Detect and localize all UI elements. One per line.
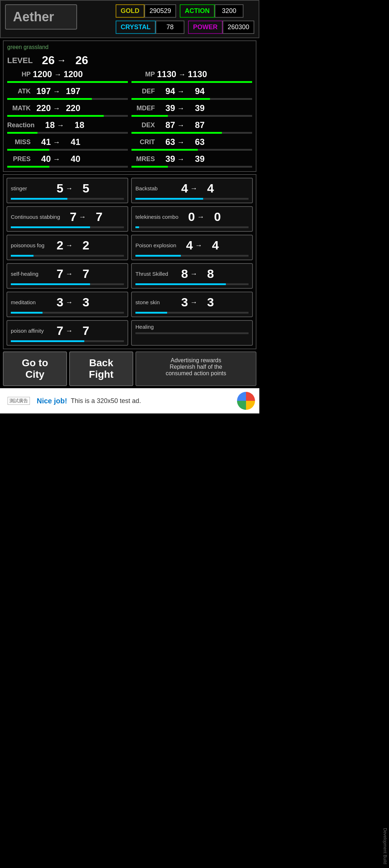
- stat-to: 87: [187, 120, 205, 130]
- skill-item-poisonous-fog: poisonous fog 2 → 2: [6, 235, 128, 260]
- stat-row: CRIT 63 → 63: [131, 136, 252, 148]
- stat-arrow-icon: →: [177, 155, 184, 163]
- skill-top: poison affinity 7 → 7: [11, 324, 124, 338]
- stat-to: 39: [187, 154, 205, 164]
- skill-name: poisonous fog: [11, 242, 47, 248]
- stat-row: PRES 40 → 40: [7, 153, 128, 165]
- stat-bar: [131, 166, 252, 168]
- title-box: Aether: [5, 4, 77, 30]
- stat-row: DEF 94 → 94: [131, 85, 252, 97]
- stat-row: MDEF 39 → 39: [131, 102, 252, 114]
- level-arrow: →: [57, 55, 66, 66]
- skill-arrow-icon: →: [66, 298, 73, 306]
- skill-top: Poison explosion 4 → 4: [135, 238, 249, 252]
- skill-bar: [135, 255, 249, 257]
- action-value: 3200: [215, 4, 243, 18]
- skill-from: 3: [174, 295, 188, 309]
- stat-label: Reaction: [7, 121, 35, 129]
- skill-bar-fill: [11, 283, 90, 285]
- skill-top: stone skin 3 → 3: [135, 295, 249, 309]
- stat-bar: [7, 132, 128, 134]
- skill-arrow-icon: →: [195, 241, 202, 249]
- stat-label: PRES: [7, 155, 31, 163]
- stat-bar: [131, 98, 252, 100]
- stat-bar-fill: [131, 98, 210, 100]
- stat-row: MP 1130 → 1130: [131, 68, 252, 80]
- skill-item-stone-skin: stone skin 3 → 3: [131, 292, 253, 317]
- skill-item-stinger: stinger 5 → 5: [6, 178, 128, 203]
- stat-label: MDEF: [131, 105, 155, 112]
- stat-label: MP: [131, 71, 155, 78]
- skill-bar-fill: [11, 340, 84, 342]
- stat-from: 40: [33, 154, 51, 164]
- header-panel: Aether GOLD 290529 ACTION 3200 CRYSTAL 7…: [0, 0, 259, 38]
- skill-to: 5: [75, 181, 89, 195]
- ad-tag: 測試廣告: [8, 397, 30, 405]
- level-row: LEVEL 26 → 26: [7, 53, 252, 68]
- skill-top: self-healing 7 → 7: [11, 267, 124, 281]
- skill-bar: [135, 198, 249, 200]
- back-fight-button[interactable]: Back Fight: [69, 351, 133, 386]
- skill-item-Thrust-Skilled: Thrust Skilled 8 → 8: [131, 263, 253, 289]
- skill-bar-fill: [135, 255, 181, 257]
- skill-to: 7: [75, 267, 89, 281]
- stat-item-hp: HP 1200 → 1200: [7, 68, 128, 84]
- skill-arrow-icon: →: [66, 327, 73, 335]
- stat-label: MISS: [7, 138, 31, 146]
- power-value: 260300: [223, 21, 254, 34]
- skill-item-Poison-explosion: Poison explosion 4 → 4: [131, 235, 253, 260]
- skill-item-Continuous-stabbing: Continuous stabbing 7 → 7: [6, 206, 128, 232]
- stat-arrow-icon: →: [53, 138, 60, 146]
- gold-label: GOLD: [116, 4, 144, 18]
- go-to-city-button[interactable]: Go to City: [3, 351, 67, 386]
- stat-bar-fill: [131, 115, 168, 117]
- stat-item-crit: CRIT 63 → 63: [131, 136, 252, 151]
- stat-bar: [131, 81, 252, 83]
- skill-bar: [135, 332, 249, 334]
- stat-bar-fill: [7, 98, 92, 100]
- stat-from: 197: [33, 86, 51, 96]
- stat-label: MATK: [7, 105, 31, 112]
- stats-panel: green grassland LEVEL 26 → 26 HP 1200 → …: [3, 40, 256, 172]
- skill-bar: [135, 226, 249, 228]
- stat-label: DEF: [131, 88, 155, 95]
- skill-name: stone skin: [135, 299, 171, 305]
- skill-item-Healing: Healing: [131, 320, 253, 346]
- skill-arrow-icon: →: [190, 270, 197, 278]
- gold-value: 290529: [144, 4, 176, 18]
- stat-to: 18: [66, 120, 84, 130]
- stat-from: 87: [157, 120, 175, 130]
- stat-arrow-icon: →: [177, 121, 184, 129]
- skill-bar-fill: [11, 255, 33, 257]
- stat-to: 220: [62, 103, 80, 113]
- stat-bar: [7, 115, 128, 117]
- skill-item-poison-affinity: poison affinity 7 → 7: [6, 320, 128, 346]
- resource-row-2: CRYSTAL 78 POWER 260300: [116, 21, 254, 34]
- stat-row: ATK 197 → 197: [7, 85, 128, 97]
- stat-arrow-icon: →: [53, 104, 60, 112]
- skills-panel: stinger 5 → 5 Backstab 4 → 4 Continuous …: [3, 174, 256, 349]
- skill-bar-fill: [135, 312, 167, 314]
- stat-item-matk: MATK 220 → 220: [7, 102, 128, 118]
- level-label: LEVEL: [7, 56, 33, 65]
- ads-button[interactable]: Advertising rewards Replenish half of th…: [135, 351, 256, 386]
- stat-item-pres: PRES 40 → 40: [7, 153, 128, 168]
- stat-from: 39: [157, 154, 175, 164]
- skill-top: telekinesis combo 0 → 0: [135, 210, 249, 224]
- skill-from: 7: [49, 267, 63, 281]
- stat-bar-fill: [7, 115, 104, 117]
- power-group: POWER 260300: [188, 21, 254, 34]
- stat-to: 94: [187, 86, 205, 96]
- skill-top: Backstab 4 → 4: [135, 181, 249, 195]
- skill-top: Healing: [135, 324, 249, 330]
- action-group: ACTION 3200: [180, 4, 243, 18]
- skill-to: 8: [200, 267, 214, 281]
- skill-bar-fill: [135, 283, 226, 285]
- stat-bar: [131, 132, 252, 134]
- skill-bar: [11, 312, 124, 314]
- stat-to: 41: [62, 137, 80, 147]
- skill-bar: [11, 283, 124, 285]
- stat-bar: [7, 98, 128, 100]
- stat-bar: [7, 149, 128, 151]
- stat-label: CRIT: [131, 138, 155, 146]
